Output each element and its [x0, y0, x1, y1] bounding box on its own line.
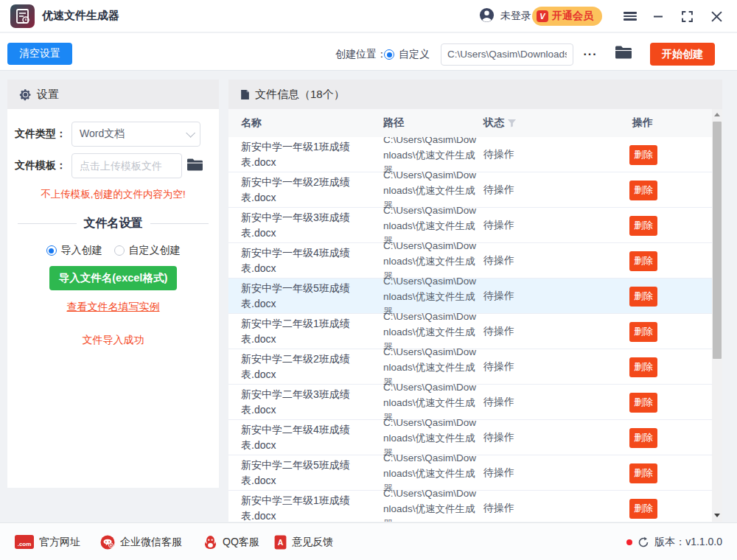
file-action-cell: 删除: [629, 279, 657, 314]
delete-button[interactable]: 删除: [629, 357, 657, 377]
filter-icon: [507, 119, 517, 127]
close-icon: [711, 11, 722, 22]
file-name-cell: 新安中学一年级1班成绩表.docx: [241, 137, 355, 172]
column-header-action: 操作: [632, 116, 653, 130]
delete-button[interactable]: 删除: [629, 322, 657, 342]
custom-create-radio[interactable]: 自定义创建: [114, 244, 181, 257]
menu-icon[interactable]: [618, 0, 643, 32]
template-upload-input[interactable]: [71, 153, 182, 178]
delete-button[interactable]: 删除: [629, 393, 657, 413]
file-status-cell: 待操作: [483, 420, 514, 455]
column-header-path: 路径: [383, 116, 404, 130]
radio-unselected-icon: [114, 245, 125, 256]
file-action-cell: 删除: [629, 420, 657, 455]
toolbar: 清空设置 创建位置： 自定义 ··· 开始创建: [0, 33, 737, 71]
scroll-down-icon[interactable]: [714, 514, 720, 517]
status-header-label: 状态: [483, 116, 504, 130]
file-path-cell: C:\Users\Qasim\Downloads\优速文件生成器: [383, 491, 479, 522]
document-icon: [240, 89, 250, 100]
file-status-cell: 待操作: [483, 455, 514, 491]
maximize-button[interactable]: [674, 0, 699, 32]
custom-location-radio[interactable]: 自定义: [384, 48, 430, 61]
file-table-body: 新安中学一年级1班成绩表.docx C:\Users\Qasim\Downloa…: [228, 137, 712, 522]
file-status-cell: 待操作: [483, 491, 514, 522]
create-mode-radios: 导入创建 自定义创建: [7, 244, 219, 257]
delete-button[interactable]: 删除: [629, 428, 657, 448]
close-button[interactable]: [704, 0, 729, 32]
file-info-header-label: 文件信息（18个）: [255, 88, 345, 102]
import-filenames-button[interactable]: 导入文件名(excel格式): [49, 266, 177, 290]
vertical-scrollbar[interactable]: [712, 109, 722, 522]
maximize-icon: [682, 11, 693, 22]
file-name-cell: 新安中学三年级1班成绩表.docx: [241, 491, 355, 522]
delete-button[interactable]: 删除: [629, 181, 657, 200]
clear-settings-button[interactable]: 清空设置: [7, 43, 72, 65]
file-action-cell: 删除: [629, 172, 657, 208]
settings-panel: 设置 文件类型： Word文档 文件模板： 不上传模板,创建的文件内容为空! 文…: [7, 80, 219, 488]
user-account[interactable]: 未登录: [479, 0, 531, 32]
custom-location-radio-label: 自定义: [399, 48, 430, 61]
qq-icon: [203, 535, 217, 550]
output-path-input[interactable]: [441, 43, 573, 66]
delete-button[interactable]: 删除: [629, 145, 657, 165]
file-status-cell: 待操作: [483, 172, 514, 208]
delete-button[interactable]: 删除: [629, 251, 657, 271]
footer-link-feedback[interactable]: A 意见反馈: [274, 523, 333, 560]
wechat-support-icon: [100, 535, 115, 550]
file-type-label: 文件类型：: [15, 127, 66, 141]
divider-line: [18, 223, 77, 224]
import-create-radio[interactable]: 导入创建: [46, 244, 102, 257]
file-action-cell: 删除: [629, 137, 657, 172]
custom-create-label: 自定义创建: [129, 244, 181, 257]
file-status-cell: 待操作: [483, 208, 514, 243]
filename-section-label: 文件名设置: [84, 216, 143, 231]
file-name-cell: 新安中学二年级5班成绩表.docx: [241, 455, 355, 491]
start-create-button[interactable]: 开始创建: [650, 43, 715, 66]
version-label: 版本：v1.1.0.0: [654, 536, 722, 549]
filename-section-title: 文件名设置: [18, 216, 209, 231]
footer-link-qq-support[interactable]: QQ客服: [203, 523, 259, 560]
file-name-cell: 新安中学一年级4班成绩表.docx: [241, 243, 355, 279]
file-status-cell: 待操作: [483, 243, 514, 279]
open-folder-button[interactable]: [615, 45, 632, 62]
website-link-label: 官方网址: [39, 536, 80, 549]
template-warning-text: 不上传模板,创建的文件内容为空!: [7, 188, 219, 201]
status-dot-icon: [626, 539, 632, 545]
radio-selected-icon: [384, 49, 394, 60]
chevron-down-icon: [186, 128, 195, 138]
file-name-cell: 新安中学一年级2班成绩表.docx: [241, 172, 355, 208]
wechat-support-label: 企业微信客服: [120, 536, 182, 549]
vip-icon: V: [537, 10, 548, 22]
footer-link-website[interactable]: .com 官方网址: [15, 523, 80, 560]
browse-more-button[interactable]: ···: [581, 43, 600, 66]
folder-icon: [615, 45, 632, 60]
version-area: 版本：v1.1.0.0: [626, 523, 722, 560]
file-status-cell: 待操作: [483, 314, 514, 349]
filename-example-link[interactable]: 查看文件名填写实例: [7, 301, 219, 314]
folder-icon: [186, 158, 203, 172]
file-type-select[interactable]: Word文档: [71, 122, 200, 147]
footer-link-wechat-support[interactable]: 企业微信客服: [100, 523, 182, 560]
feedback-icon: A: [274, 535, 287, 550]
column-header-status[interactable]: 状态: [483, 116, 517, 130]
file-name-cell: 新安中学二年级1班成绩表.docx: [241, 314, 355, 349]
scrollbar-thumb[interactable]: [713, 122, 722, 359]
radio-selected-icon: [46, 245, 57, 256]
scroll-up-icon[interactable]: [714, 113, 720, 116]
delete-button[interactable]: 删除: [629, 499, 657, 519]
delete-button[interactable]: 删除: [629, 287, 657, 307]
file-status-cell: 待操作: [483, 279, 514, 314]
file-action-cell: 删除: [629, 243, 657, 279]
table-row[interactable]: 新安中学三年级1班成绩表.docx C:\Users\Qasim\Downloa…: [228, 491, 712, 522]
import-create-label: 导入创建: [61, 244, 102, 257]
refresh-icon[interactable]: [638, 536, 649, 548]
template-folder-button[interactable]: [186, 158, 203, 174]
minimize-button[interactable]: [646, 0, 671, 32]
delete-button[interactable]: 删除: [629, 463, 657, 483]
delete-button[interactable]: 删除: [629, 216, 657, 236]
settings-panel-header: 设置: [7, 80, 219, 109]
open-vip-button[interactable]: V 开通会员: [532, 7, 602, 26]
file-status-cell: 待操作: [483, 137, 514, 172]
login-status: 未登录: [500, 10, 531, 23]
file-info-panel: 文件信息（18个） 名称 路径 状态 操作 新安中学一年级1班成绩表.docx …: [228, 80, 722, 522]
